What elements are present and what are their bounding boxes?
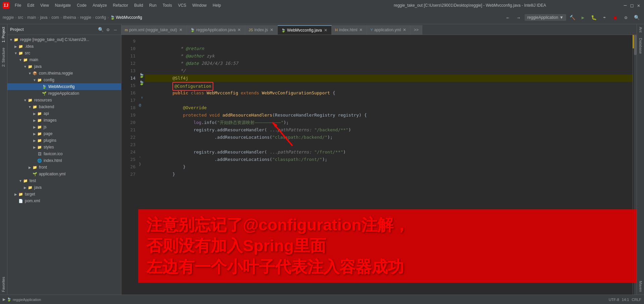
tree-item-java[interactable]: ▼ 📁 java [7,63,121,70]
side-label-project[interactable]: 1: Project [0,24,7,45]
menu-refactor[interactable]: Refactor [110,2,131,8]
tree-item-reggieapp[interactable]: ▶ 🌱 reggieApplication [7,90,121,97]
tree-item-appyml[interactable]: ▶ 🌱 application.yml [7,171,121,177]
tree-item-styles[interactable]: ▶ 📁 styles [7,144,121,150]
tree-item-plugins[interactable]: ▶ 📁 plugins [7,137,121,144]
build-button[interactable]: 🔨 [568,13,577,22]
tree-item-js[interactable]: ▶ 📁 js [7,124,121,130]
menu-vcs[interactable]: VCS [175,2,189,8]
annotation-text-line2: 否则没有加入Spring里面 [146,235,629,256]
tree-item-backend[interactable]: ▼ 📁 backend [7,103,121,110]
breadcrumb-webmvc[interactable]: 🍃WebMvcconfig [110,15,142,20]
code-line: public class WebMvcconfig extends WebMvc… [145,82,637,89]
tab-indexhtml[interactable]: H index.html ✕ [332,25,367,35]
tab-label: application.yml [374,28,401,32]
back-button[interactable]: ← [503,13,513,22]
run-with-coverage[interactable]: ☂ [600,13,609,22]
menu-navigate[interactable]: Navigate [52,2,73,8]
side-label-favorites[interactable]: Favorites [0,274,7,295]
tree-item-api[interactable]: ▶ 📁 api [7,110,121,117]
run-config-selector[interactable]: reggieApplication ▼ [525,14,566,21]
tree-item-favicon[interactable]: ▶ 🖼 favicon.ico [7,150,121,157]
tree-item-com-itheima[interactable]: ▼ 📦 com.itheima.reggie [7,70,121,77]
settings-button[interactable]: ⚙ [621,13,631,22]
breadcrumb-reggie[interactable]: reggie [3,15,14,20]
minimize-button[interactable]: ─ [623,3,628,8]
breadcrumb-itheima[interactable]: itheima [63,15,76,20]
run-button[interactable]: ▶ [578,13,588,22]
menu-build[interactable]: Build [131,2,146,8]
tree-item-src[interactable]: ▼ 📁 src [7,50,121,56]
menu-edit[interactable]: Edit [24,2,37,8]
search-button[interactable]: 🔍 [632,13,641,22]
tab-more-label: >> [414,28,419,32]
line-numbers: 9 10 11 12 13 14 15 16 17 18 19 20 21 22… [121,35,138,295]
tree-item-images[interactable]: ▶ 📁 images [7,117,121,124]
breadcrumb-main[interactable]: main [27,15,36,20]
debug-button[interactable]: 🐛 [589,13,598,22]
breadcrumb-com[interactable]: com [51,15,59,20]
side-label-maven[interactable]: Maven [637,278,644,295]
side-label-structure[interactable]: 2: Structure [0,45,7,70]
tree-item-config[interactable]: ▼ 📁 config [7,77,121,83]
menu-file[interactable]: File [12,2,24,8]
run-config-dropdown-icon: ▼ [559,15,564,20]
side-label-ant[interactable]: Ant [637,24,644,35]
status-encoding[interactable]: UTF-8 [609,298,619,302]
scrollbar-thumb[interactable] [634,35,637,55]
tab-close-button[interactable]: ✕ [402,28,407,32]
tab-appyml[interactable]: Y application.yml ✕ [367,25,411,35]
tree-item-test[interactable]: ▼ 📁 test [7,177,121,184]
stop-button[interactable]: ■ [610,13,620,22]
menu-analyze[interactable]: Analyze [90,2,110,8]
panel-scope-button[interactable]: 🔍 [98,27,104,33]
tab-close-button[interactable]: ✕ [237,28,241,32]
tree-label: styles [44,145,121,149]
code-line: @Override [145,97,637,104]
status-crlf[interactable]: CRLF [632,298,641,302]
menu-run[interactable]: Run [147,2,159,8]
breadcrumb-src[interactable]: src [18,15,23,20]
tab-reggieapp[interactable]: 🍃 reggieApplication.java ✕ [187,25,245,35]
annotation-text-line1: 注意别忘记了@configuration注解， [146,215,629,235]
tree-item-resources[interactable]: ▼ 📁 resources [7,97,121,103]
tree-item-idea[interactable]: ▶ 📁 .idea [7,43,121,50]
tree-item-webmvcconfig[interactable]: ▶ 🍃 WebMvcconfig [7,83,121,90]
tab-indexjs[interactable]: JS index.js ✕ [245,25,278,35]
panel-collapse-button[interactable]: — [112,27,118,33]
tree-item-front[interactable]: ▶ 📁 front [7,164,121,171]
close-button[interactable]: ✕ [636,3,641,8]
tree-item-target[interactable]: ▶ 📁 target [7,191,121,198]
tree-label: test [30,178,121,183]
menu-window[interactable]: Window [190,2,209,8]
tab-pom[interactable]: m pom.xml (reggie_take_out) ✕ [121,25,187,35]
breadcrumb-java[interactable]: java [40,15,47,20]
menu-help[interactable]: Help [210,2,224,8]
breadcrumb-reggie2[interactable]: reggie [80,15,91,20]
tab-more[interactable]: >> [411,25,422,35]
tree-item-page[interactable]: ▶ 📁 page [7,130,121,137]
tab-close-button[interactable]: ✕ [269,28,274,32]
menu-view[interactable]: View [38,2,52,8]
tree-item-reggie-root[interactable]: ▼ 📁 reggie [reggie_take_out] C:\Users\29… [7,36,121,43]
tree-item-pom[interactable]: ▶ 📄 pom.xml [7,198,121,204]
menu-code[interactable]: Code [74,2,89,8]
tab-webmvc[interactable]: 🍃 WebMvcconfig.java ✕ [278,25,332,35]
code-line [145,171,637,178]
menu-tools[interactable]: Tools [160,2,175,8]
code-editor: 9 10 11 12 13 14 15 16 17 18 19 20 21 22… [121,35,637,295]
folder-icon: 📁 [32,165,38,170]
tab-close-button[interactable]: ✕ [178,28,183,32]
breadcrumb-config[interactable]: config [95,15,106,20]
panel-settings-button[interactable]: ⚙ [105,27,111,33]
tab-icon: Y [370,28,373,32]
side-label-database[interactable]: Database [637,35,644,56]
tab-close-button[interactable]: ✕ [323,28,328,33]
tree-item-main[interactable]: ▼ 📁 main [7,56,121,63]
forward-button[interactable]: → [514,13,523,22]
maximize-button[interactable]: □ [629,3,635,8]
tree-item-test-java[interactable]: ▶ 📁 java [7,184,121,191]
tree-item-indexhtml[interactable]: ▶ 🌐 index.html [7,157,121,164]
folder-icon: 📁 [37,124,42,130]
tab-close-button[interactable]: ✕ [359,28,363,32]
